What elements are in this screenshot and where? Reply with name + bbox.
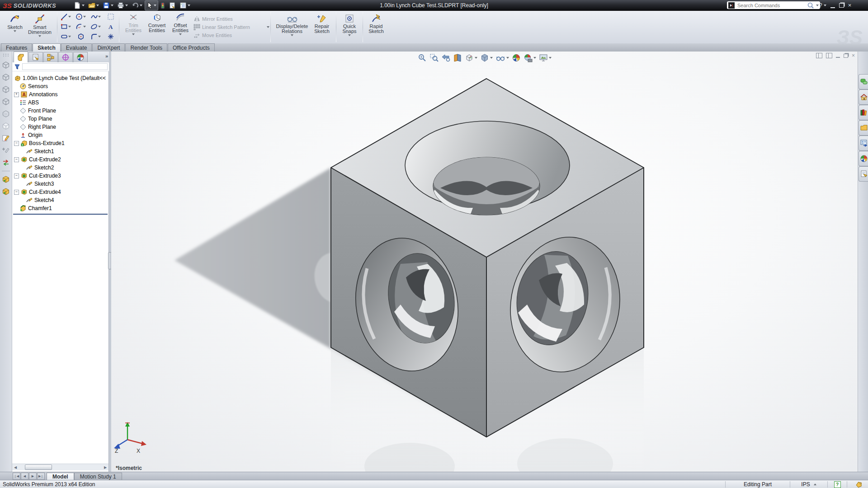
repair-sketch-button[interactable]: Repair Sketch xyxy=(311,12,333,42)
view-orientation-button[interactable] xyxy=(465,53,477,62)
save-button[interactable] xyxy=(101,1,115,10)
tab-features[interactable]: Features xyxy=(1,43,32,52)
dropdown-caret-icon[interactable] xyxy=(475,57,477,59)
motion-study-tab[interactable]: Motion Study 1 xyxy=(74,473,122,480)
filter-field[interactable] xyxy=(22,63,108,70)
tree-item-origin[interactable]: Origin xyxy=(12,131,108,139)
tree-item-cut-extrude2[interactable]: −Cut-Extrude2 xyxy=(12,155,108,164)
cube-gold-icon[interactable] xyxy=(2,175,10,183)
split-pane-left-icon[interactable] xyxy=(816,53,822,58)
design-library-tab[interactable] xyxy=(859,105,868,120)
help-button[interactable]: ? xyxy=(819,2,826,9)
new-document-button[interactable] xyxy=(72,1,86,10)
sketch-pencil-icon[interactable] xyxy=(2,134,10,142)
zoom-to-fit-button[interactable] xyxy=(418,53,427,62)
tree-item-abs[interactable]: ABS xyxy=(12,99,108,107)
options-button[interactable] xyxy=(178,1,192,10)
prev-sheet-icon[interactable]: ◀ xyxy=(21,473,28,480)
tree-item-front-plane[interactable]: Front Plane xyxy=(12,107,108,115)
tree-item-boss-extrude1[interactable]: −Boss-Extrude1 xyxy=(12,139,108,147)
tree-item-cut-extrude3[interactable]: −Cut-Extrude3 xyxy=(12,172,108,180)
tree-item-sensors[interactable]: Sensors xyxy=(12,82,108,90)
file-explorer-tab[interactable] xyxy=(859,120,868,136)
collapse-icon[interactable]: − xyxy=(14,157,19,162)
cube-icon[interactable] xyxy=(2,73,10,81)
tree-item-right-plane[interactable]: Right Plane xyxy=(12,123,108,131)
fillet-tool[interactable] xyxy=(88,33,103,40)
last-sheet-icon[interactable]: ▶❘ xyxy=(37,473,45,480)
model-tab[interactable]: Model xyxy=(47,473,74,480)
collapse-icon[interactable]: − xyxy=(14,190,19,195)
appearances-scenes-tab[interactable] xyxy=(859,151,868,166)
cube-icon[interactable] xyxy=(2,98,10,106)
rollback-bar[interactable] xyxy=(13,214,108,215)
circle-tool[interactable] xyxy=(73,13,88,20)
selection-box-tool[interactable] xyxy=(103,13,118,20)
view-settings-button[interactable] xyxy=(539,53,552,62)
quick-snaps-button[interactable]: Quick Snaps xyxy=(339,12,360,42)
display-delete-relations-button[interactable]: Display/Delete Relations xyxy=(274,12,311,42)
line-tool[interactable] xyxy=(58,13,73,20)
collapse-icon[interactable]: − xyxy=(14,141,19,146)
tree-item-top-plane[interactable]: Top Plane xyxy=(12,115,108,123)
dropdown-caret-icon[interactable] xyxy=(549,57,552,59)
cube-light-icon[interactable] xyxy=(2,122,10,130)
expand-icon[interactable]: + xyxy=(14,92,19,97)
configurationmanager-tab[interactable] xyxy=(43,52,58,62)
help-status-button[interactable]: ? xyxy=(830,481,844,488)
apply-scene-button[interactable] xyxy=(524,53,536,62)
convert-entities-button[interactable]: Convert Entities xyxy=(145,12,169,42)
next-sheet-icon[interactable]: ▶ xyxy=(29,473,37,480)
cube-wire-icon[interactable] xyxy=(2,110,10,118)
doc-close-icon[interactable]: × xyxy=(852,53,855,58)
tree-item-sketch4[interactable]: Sketch4 xyxy=(12,196,108,204)
rectangle-tool[interactable] xyxy=(58,23,73,30)
trim-entities-button[interactable]: Trim Entities xyxy=(122,12,145,42)
open-button[interactable] xyxy=(87,1,100,10)
scrollbar-thumb[interactable] xyxy=(25,465,52,470)
display-style-button[interactable] xyxy=(480,53,493,62)
search-caret-icon[interactable] xyxy=(816,5,819,6)
graphics-viewport[interactable]: X Z × *Isometric xyxy=(111,52,858,472)
edit-appearance-button[interactable] xyxy=(512,53,521,62)
search-icon[interactable] xyxy=(807,2,814,9)
linear-sketch-pattern-button[interactable]: Linear Sketch Pattern xyxy=(193,23,269,31)
file-properties-button[interactable] xyxy=(167,1,177,10)
cube-gold-icon[interactable] xyxy=(2,188,10,196)
tab-evaluate[interactable]: Evaluate xyxy=(61,43,92,52)
rapid-sketch-button[interactable]: Rapid Sketch xyxy=(366,12,387,42)
tab-dimxpert[interactable]: DimXpert xyxy=(92,43,125,52)
undo-button[interactable] xyxy=(130,1,144,10)
search-flyout-icon[interactable] xyxy=(728,2,735,9)
section-view-button[interactable] xyxy=(453,53,462,62)
forum-tab[interactable] xyxy=(859,74,868,89)
offset-entities-button[interactable]: Offset Entities xyxy=(169,12,192,42)
cube-icon[interactable] xyxy=(2,85,10,94)
custom-properties-tab[interactable] xyxy=(859,166,868,182)
scroll-right-icon[interactable]: ▶ xyxy=(102,465,108,470)
search-input[interactable] xyxy=(736,2,805,9)
tree-item-sketch2[interactable]: Sketch2 xyxy=(12,164,108,172)
zoom-to-area-button[interactable] xyxy=(429,53,439,62)
dropdown-caret-icon[interactable] xyxy=(533,57,536,59)
doc-minimize-icon[interactable] xyxy=(836,53,840,58)
slot-tool[interactable] xyxy=(58,33,73,40)
print-button[interactable] xyxy=(116,1,129,10)
arc-tool[interactable] xyxy=(73,23,88,30)
sketch-text-tool[interactable]: A xyxy=(103,23,118,30)
tree-item-sketch3[interactable]: Sketch3 xyxy=(12,180,108,188)
scroll-left-icon[interactable]: ◀ xyxy=(12,465,19,470)
tree-item-sketch1[interactable]: Sketch1 xyxy=(12,147,108,155)
filter-funnel-icon[interactable] xyxy=(14,64,20,70)
search-commands-box[interactable] xyxy=(727,1,820,9)
doc-restore-icon[interactable] xyxy=(844,54,848,58)
close-button[interactable]: × xyxy=(848,3,852,8)
point-tool[interactable] xyxy=(103,33,118,40)
home-resources-tab[interactable] xyxy=(859,89,868,105)
featuremanager-tab[interactable] xyxy=(14,52,28,62)
tab-render-tools[interactable]: Render Tools xyxy=(125,43,167,52)
hide-show-items-button[interactable] xyxy=(495,53,509,62)
ellipse-tool[interactable] xyxy=(88,23,103,30)
displaymanager-tab[interactable] xyxy=(73,52,88,62)
sketch-button[interactable]: Sketch xyxy=(5,12,25,42)
